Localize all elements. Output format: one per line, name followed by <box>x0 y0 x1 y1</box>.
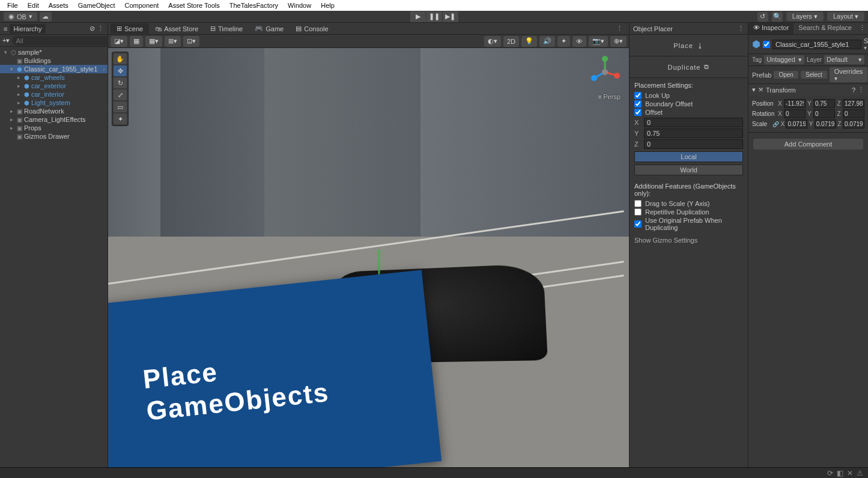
step-button[interactable]: ▶❚ <box>443 11 458 22</box>
snap-dropdown[interactable]: ⊞▾ <box>165 36 181 47</box>
drag-scale-checkbox[interactable]: Drag to Scale (Y Axis) <box>634 199 743 208</box>
hand-tool[interactable]: ✋ <box>114 53 127 64</box>
scale-tool[interactable]: ⤢ <box>114 89 127 100</box>
grid-dropdown[interactable]: ▦▾ <box>145 36 162 47</box>
center-menu-icon[interactable]: ⋮ <box>613 25 627 32</box>
prefab-select-button[interactable]: Select <box>801 71 827 79</box>
offset-y-input[interactable] <box>644 129 743 138</box>
scale-y-input[interactable] <box>815 120 836 129</box>
component-help-icon[interactable]: ? <box>852 86 855 94</box>
hierarchy-tab[interactable]: Hierarchy <box>10 24 45 34</box>
expand-icon[interactable]: ▾ <box>752 86 756 94</box>
tree-item-props[interactable]: ▸▣Props <box>0 124 108 132</box>
visibility-toggle[interactable]: 👁 <box>572 36 586 47</box>
inspector-menu-icon[interactable]: ⋮ <box>857 23 868 34</box>
status-icon-3[interactable]: ✕ <box>847 469 853 477</box>
create-dropdown[interactable]: +▾ <box>2 37 10 44</box>
shading-dropdown[interactable]: ◪▾ <box>111 36 127 47</box>
menu-gameobject[interactable]: GameObject <box>73 1 120 10</box>
layer-dropdown[interactable]: Default▾ <box>824 55 864 64</box>
menu-component[interactable]: Component <box>120 1 163 10</box>
offset-x-input[interactable] <box>644 118 743 127</box>
move-tool[interactable]: ✥ <box>114 65 127 76</box>
tree-item-classic-car-1955-style1[interactable]: ▾⬢Classic_car_1955_style1› <box>0 65 108 73</box>
use-prefab-checkbox[interactable]: Use Original Prefab When Duplicating <box>634 216 743 232</box>
offset-z-input[interactable] <box>644 139 743 149</box>
menu-edit[interactable]: Edit <box>23 1 44 10</box>
tab-assetstore[interactable]: 🛍Asset Store <box>149 24 204 34</box>
scale-link-icon[interactable]: 🔗 <box>772 121 779 127</box>
offset-checkbox[interactable]: Offset <box>634 108 743 116</box>
position-z-input[interactable] <box>843 99 864 108</box>
perspective-label[interactable]: ≡ Persp <box>598 93 621 100</box>
tree-item-sample-[interactable]: ▾⬡sample* <box>0 48 108 56</box>
component-menu-icon[interactable]: ⋮ <box>858 86 864 94</box>
world-mode-button[interactable]: World <box>634 165 743 175</box>
inspector-tab[interactable]: 👁 Inspector <box>748 23 794 34</box>
search-replace-tab[interactable]: Search & Replace <box>794 23 857 34</box>
active-checkbox[interactable] <box>763 41 770 48</box>
tree-item-roadnetwork[interactable]: ▸▣RoadNetwork <box>0 107 108 115</box>
lookup-checkbox[interactable]: Look Up <box>634 91 743 100</box>
cloud-button[interactable]: ☁ <box>40 12 52 22</box>
tree-item-light-system[interactable]: ▸⬢Light_system <box>0 98 108 107</box>
position-x-input[interactable] <box>784 99 806 108</box>
2d-toggle[interactable]: 2D <box>503 36 519 47</box>
draw-mode[interactable]: ▦ <box>130 36 143 47</box>
tab-timeline[interactable]: ⊟Timeline <box>204 23 249 34</box>
static-dropdown[interactable]: Static ▾ <box>864 37 868 51</box>
prefab-open-button[interactable]: Open <box>774 71 798 79</box>
object-name-input[interactable] <box>772 40 861 49</box>
add-component-button[interactable]: Add Component <box>753 139 863 150</box>
status-icon-4[interactable]: ⚠ <box>857 469 863 477</box>
snap-increment[interactable]: ⊡▾ <box>183 36 199 47</box>
rotation-y-input[interactable] <box>813 109 835 118</box>
tree-item-camera-lighteffects[interactable]: ▸▣Camera_LightEffects <box>0 115 108 124</box>
tag-dropdown[interactable]: Untagged▾ <box>764 55 804 64</box>
scale-x-input[interactable] <box>786 120 807 129</box>
orientation-gizmo[interactable] <box>587 54 623 90</box>
tree-item-car-exterior[interactable]: ▸⬢car_exterior <box>0 82 108 90</box>
play-button[interactable]: ▶ <box>410 11 426 22</box>
status-icon-2[interactable]: ◧ <box>837 469 843 477</box>
layers-dropdown[interactable]: Layers ▾ <box>786 12 824 21</box>
placer-menu-icon[interactable]: ⋮ <box>738 25 744 32</box>
local-mode-button[interactable]: Local <box>634 151 743 162</box>
tab-game[interactable]: 🎮Game <box>249 23 290 34</box>
menu-help[interactable]: Help <box>316 1 339 10</box>
rotation-x-input[interactable] <box>784 109 806 118</box>
hierarchy-menu-icon[interactable]: ⋮ <box>97 25 104 32</box>
camera-dropdown[interactable]: ◐▾ <box>484 36 501 47</box>
status-icon-1[interactable]: ⟳ <box>827 469 833 477</box>
position-y-input[interactable] <box>813 99 835 108</box>
tree-item-car-wheels[interactable]: ▸⬢car_wheels <box>0 73 108 82</box>
tree-item-car-interior[interactable]: ▸⬢car_interior <box>0 90 108 98</box>
placer-tab[interactable]: Object Placer <box>633 25 673 32</box>
menu-thetalesfactory[interactable]: TheTalesFactory <box>225 1 283 10</box>
undo-history-icon[interactable]: ↺ <box>757 12 768 22</box>
hierarchy-lock-icon[interactable]: ⊘ <box>90 25 95 32</box>
tab-console[interactable]: ▤Console <box>290 23 334 34</box>
tree-item-gizmos-drawer[interactable]: ▣Gizmos Drawer <box>0 132 108 141</box>
audio-toggle[interactable]: 🔊 <box>539 36 555 47</box>
transform-tool[interactable]: ✦ <box>114 113 127 124</box>
hierarchy-search-input[interactable] <box>12 36 109 46</box>
tree-item-buildings[interactable]: ▣Buildings <box>0 56 108 65</box>
fx-toggle[interactable]: ✦ <box>557 36 570 47</box>
place-button[interactable]: Place⭳ <box>630 35 748 56</box>
rect-tool[interactable]: ▭ <box>114 101 127 112</box>
menu-assets[interactable]: Assets <box>44 1 73 10</box>
menu-assetstoretools[interactable]: Asset Store Tools <box>163 1 224 10</box>
lighting-toggle[interactable]: 💡 <box>521 36 537 47</box>
show-gizmo-settings-link[interactable]: Show Gizmo Settings <box>634 237 743 244</box>
boundary-offset-checkbox[interactable]: Boundary Offset <box>634 100 743 108</box>
layout-dropdown[interactable]: Layout ▾ <box>827 12 864 21</box>
menu-file[interactable]: File <box>2 1 23 10</box>
gizmos-dropdown[interactable]: ⊕▾ <box>610 36 627 47</box>
duplicate-button[interactable]: Duplicate⧉ <box>630 56 748 78</box>
account-dropdown[interactable]: ◉ OB ▾ <box>4 12 37 21</box>
pause-button[interactable]: ❚❚ <box>426 11 442 22</box>
scale-z-input[interactable] <box>843 120 864 129</box>
menu-window[interactable]: Window <box>283 1 316 10</box>
repetitive-dup-checkbox[interactable]: Repetitive Duplication <box>634 208 743 216</box>
